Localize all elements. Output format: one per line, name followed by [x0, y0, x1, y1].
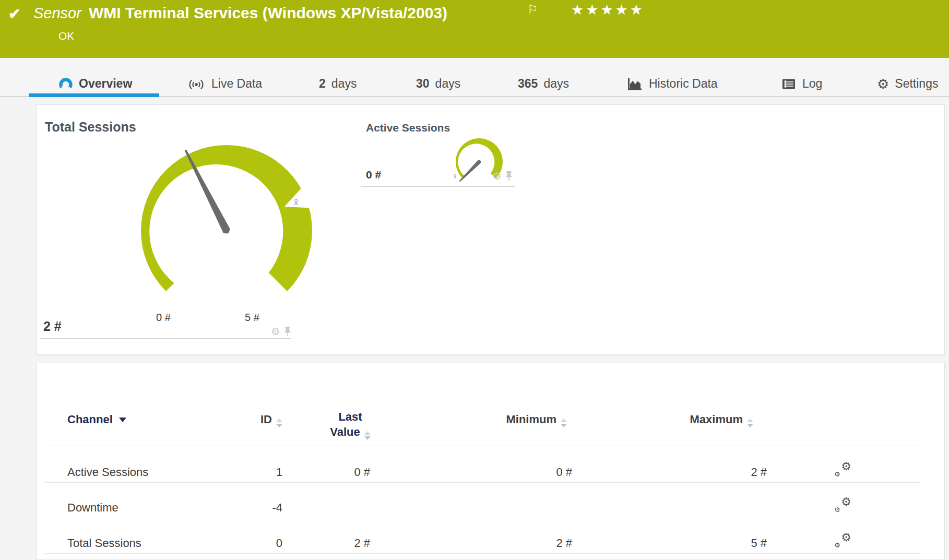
tab-2-days-unit: days [331, 77, 357, 91]
total-sessions-gauge-title: Total Sessions [45, 120, 136, 135]
active-sessions-last-value: 0 # [366, 169, 381, 181]
tab-log[interactable]: Log [781, 77, 822, 91]
sensor-status-text: OK [58, 30, 74, 42]
channel-gear-icon[interactable]: ⚙ [492, 171, 502, 181]
tab-30-days[interactable]: 30 days [416, 77, 460, 91]
channel-settings-gears-icon[interactable]: ⚙⚙ [835, 532, 851, 547]
channels-table-panel: Channel ID Last Value Minimum Maximum Ac… [37, 363, 945, 560]
gauge-needle [460, 161, 480, 181]
tab-30-days-unit: days [435, 77, 461, 91]
sort-arrows-icon [561, 419, 567, 427]
channel-last-value: 0 # [309, 466, 370, 479]
channel-gear-icon[interactable]: ⚙ [271, 326, 280, 337]
sort-arrows-icon [276, 419, 282, 427]
tab-log-label: Log [802, 77, 822, 91]
active-sessions-gauge: x̄ [449, 134, 517, 191]
tab-30-days-number: 30 [416, 77, 430, 91]
column-header-maximum-label: Maximum [690, 413, 743, 426]
row-divider [45, 553, 920, 554]
live-data-icon [187, 77, 206, 91]
flag-icon[interactable]: ⚐ [527, 3, 538, 17]
gauge-scale-max: 5 # [245, 312, 259, 324]
channel-name[interactable]: Total Sessions [67, 537, 141, 550]
row-divider [45, 518, 920, 518]
channel-last-value: 2 # [309, 537, 370, 550]
gauge-arc [141, 145, 312, 291]
sort-arrows-icon [747, 419, 753, 427]
column-header-channel-label: Channel [67, 413, 113, 426]
column-header-channel[interactable]: Channel [67, 413, 126, 426]
channel-settings-gears-icon[interactable]: ⚙⚙ [835, 497, 851, 511]
column-header-id-label: ID [260, 413, 272, 426]
tab-live-data[interactable]: Live Data [187, 77, 262, 91]
column-header-last-value[interactable]: Last Value [314, 409, 387, 440]
table-header-divider [45, 446, 920, 446]
gauge-average-marker: x̄ [454, 173, 457, 180]
channel-name[interactable]: Active Sessions [67, 466, 148, 479]
tab-historic-data-label: Historic Data [649, 77, 718, 91]
column-header-minimum[interactable]: Minimum [473, 413, 567, 427]
historic-chart-icon [626, 77, 643, 91]
total-sessions-last-value: 2 # [43, 319, 62, 334]
active-widget-underline [361, 186, 515, 187]
total-gauge-widget-icons: ⚙ [271, 326, 291, 337]
gauges-panel: Total Sessions x̄ 0 # 5 # 2 # ⚙ Ac [37, 104, 945, 355]
gauge-average-marker: x̄ [294, 197, 299, 207]
gauge-needle-hub [224, 228, 230, 234]
column-header-maximum[interactable]: Maximum [659, 413, 753, 427]
tab-settings[interactable]: ⚙ Settings [877, 77, 938, 91]
settings-gear-icon: ⚙ [877, 77, 889, 91]
sensor-tab-bar: Overview Live Data 2 days 30 days 365 [0, 58, 949, 97]
gauge-needle-hub [478, 160, 481, 163]
tab-365-days[interactable]: 365 days [518, 77, 569, 91]
active-sessions-gauge-title: Active Sessions [366, 122, 450, 134]
column-header-last-label: Last [314, 409, 387, 424]
pin-icon[interactable] [505, 171, 513, 181]
total-sessions-gauge: x̄ [139, 141, 337, 298]
log-list-icon [781, 78, 797, 90]
channel-minimum: 2 # [478, 537, 572, 550]
channel-id: 0 [235, 537, 282, 550]
total-widget-underline [40, 338, 291, 339]
column-header-value-label: Value [330, 425, 360, 438]
row-divider [45, 482, 920, 483]
tab-overview-label: Overview [79, 77, 132, 91]
tab-overview[interactable]: Overview [58, 77, 132, 91]
tab-2-days-number: 2 [319, 77, 326, 91]
gauge-icon [58, 78, 73, 90]
priority-stars[interactable]: ★★★★★ [571, 2, 645, 18]
gauge-scale-min: 0 # [156, 312, 171, 324]
channel-id: 1 [235, 466, 282, 479]
sort-caret-down-icon [119, 418, 126, 422]
channel-id: -4 [235, 501, 282, 515]
channel-maximum: 5 # [673, 537, 767, 550]
column-header-minimum-label: Minimum [506, 413, 556, 426]
channel-maximum: 2 # [673, 466, 767, 479]
channel-settings-gears-icon[interactable]: ⚙⚙ [835, 461, 851, 476]
tab-2-days[interactable]: 2 days [319, 77, 357, 91]
sort-arrows-icon [364, 431, 371, 440]
sensor-title-row: Sensor WMI Terminal Services (Windows XP… [33, 4, 447, 22]
column-header-id[interactable]: ID [235, 413, 282, 427]
tab-365-days-number: 365 [518, 77, 538, 91]
tab-365-days-unit: days [543, 77, 569, 91]
channel-minimum: 0 # [478, 466, 572, 479]
tab-historic-data[interactable]: Historic Data [626, 77, 718, 91]
channel-name[interactable]: Downtime [67, 501, 118, 515]
active-gauge-widget-icons: ⚙ [492, 171, 513, 181]
object-kind-label: Sensor [33, 5, 81, 22]
prtg-sensor-page: ✔ Sensor WMI Terminal Services (Windows … [0, 0, 949, 560]
sensor-status-header: ✔ Sensor WMI Terminal Services (Windows … [0, 0, 949, 58]
tab-live-data-label: Live Data [211, 77, 262, 91]
status-ok-check-icon: ✔ [8, 5, 20, 22]
pin-icon[interactable] [284, 326, 291, 337]
tab-settings-label: Settings [895, 77, 938, 91]
active-tab-underline [29, 93, 159, 97]
sensor-name: WMI Terminal Services (Windows XP/Vista/… [89, 4, 447, 22]
